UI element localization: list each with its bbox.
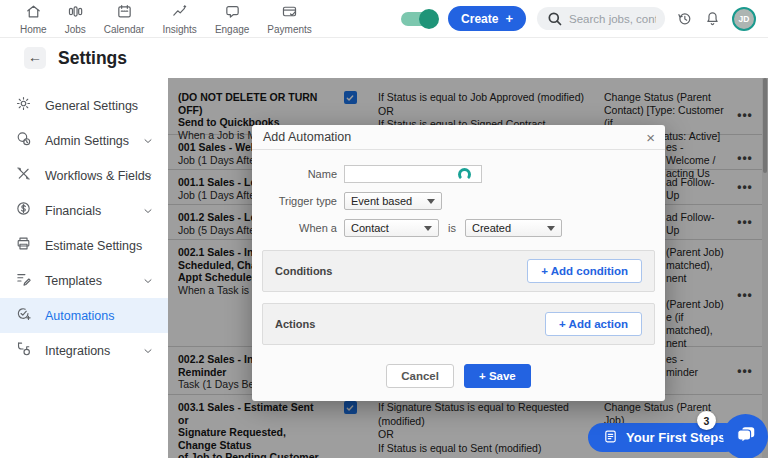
app-root: HomeJobsCalendarInsightsEngagePayments C…: [0, 0, 768, 458]
loading-arc-icon: [458, 168, 471, 181]
name-field[interactable]: [344, 165, 482, 183]
sidebar-item-automations[interactable]: Automations: [0, 298, 168, 333]
chevron-down-icon: [142, 135, 154, 147]
add-action-button[interactable]: + Add action: [545, 312, 642, 336]
page-title: Settings: [58, 48, 127, 69]
nav-item-engage[interactable]: Engage: [215, 3, 249, 35]
automation-icon: [15, 305, 32, 326]
add-condition-button[interactable]: + Add condition: [527, 259, 642, 283]
modal-header: Add Automation ×: [252, 125, 665, 150]
settings-sidebar: General SettingsAdmin SettingsWorkflows …: [0, 78, 168, 458]
event-value: Created: [472, 222, 511, 234]
sidebar-item-label: Integrations: [45, 344, 110, 358]
admin-icon: [15, 130, 32, 151]
top-navigation-bar: HomeJobsCalendarInsightsEngagePayments C…: [0, 0, 768, 38]
dollar-icon: [15, 200, 32, 221]
trigger-type-label: Trigger type: [259, 195, 337, 207]
trigger-row: Trigger type Event based: [252, 192, 665, 210]
nav-item-label: Jobs: [65, 24, 86, 35]
trigger-type-value: Event based: [351, 195, 412, 207]
caret-down-icon: [424, 226, 432, 231]
cancel-button[interactable]: Cancel: [386, 364, 454, 388]
jobs-icon: [67, 3, 84, 24]
create-button-label: Create: [461, 12, 498, 26]
nav-item-label: Insights: [162, 24, 196, 35]
save-button[interactable]: + Save: [464, 364, 531, 388]
sidebar-item-workflows-fields[interactable]: Workflows & Fields: [0, 158, 168, 193]
nav-item-jobs[interactable]: Jobs: [65, 3, 86, 35]
nav-item-calendar[interactable]: Calendar: [104, 3, 145, 35]
event-select[interactable]: Created: [465, 219, 562, 237]
chat-button[interactable]: [723, 414, 768, 458]
back-arrow-icon: ←: [28, 49, 42, 65]
sidebar-item-label: Automations: [45, 309, 114, 323]
when-row: When a Contact is Created: [252, 219, 665, 237]
add-automation-modal: Add Automation × Name Trigger type Event…: [252, 125, 665, 401]
chevron-down-icon: [142, 345, 154, 357]
search-input[interactable]: Search jobs, contact...: [537, 7, 665, 30]
close-icon[interactable]: ×: [646, 130, 655, 145]
name-label: Name: [259, 168, 337, 180]
nav-item-home[interactable]: Home: [20, 3, 47, 35]
entity-value: Contact: [351, 222, 389, 234]
availability-toggle[interactable]: [401, 12, 437, 26]
history-icon[interactable]: [676, 10, 693, 27]
first-steps-label: Your First Steps: [626, 430, 725, 445]
when-label: When a: [259, 222, 337, 234]
page-header: ← Settings: [0, 38, 768, 78]
entity-select[interactable]: Contact: [344, 219, 439, 237]
toggle-knob: [419, 9, 439, 29]
sidebar-item-label: General Settings: [45, 99, 138, 113]
nav-item-insights[interactable]: Insights: [162, 3, 196, 35]
avatar[interactable]: JD: [732, 7, 756, 31]
sidebar-item-general-settings[interactable]: General Settings: [0, 88, 168, 123]
nav-item-label: Calendar: [104, 24, 145, 35]
sidebar-item-integrations[interactable]: Integrations: [0, 333, 168, 368]
template-icon: [15, 270, 32, 291]
sidebar-item-label: Estimate Settings: [45, 239, 142, 253]
modal-title: Add Automation: [263, 130, 351, 144]
is-label: is: [448, 222, 456, 234]
payments-icon: [281, 3, 298, 24]
calendar-icon: [116, 3, 133, 24]
bell-icon[interactable]: [704, 10, 721, 27]
back-button[interactable]: ←: [24, 47, 46, 69]
nav-item-label: Home: [20, 24, 47, 35]
printer-icon: [15, 235, 32, 256]
home-icon: [25, 3, 42, 24]
modal-footer: Cancel + Save: [252, 364, 665, 388]
sidebar-item-admin-settings[interactable]: Admin Settings: [0, 123, 168, 158]
chat-icon: [735, 424, 757, 450]
search-placeholder: Search jobs, contact...: [569, 13, 656, 25]
conditions-section: Conditions + Add condition: [262, 250, 655, 292]
caret-down-icon: [427, 199, 435, 204]
conditions-label: Conditions: [275, 265, 332, 277]
sidebar-item-label: Financials: [45, 204, 101, 218]
first-steps-button[interactable]: Your First Steps: [588, 423, 740, 452]
main-nav: HomeJobsCalendarInsightsEngagePayments: [20, 3, 312, 35]
sidebar-item-estimate-settings[interactable]: Estimate Settings: [0, 228, 168, 263]
tools-icon: [15, 165, 32, 186]
search-icon: [546, 10, 563, 27]
engage-icon: [224, 3, 241, 24]
first-steps-badge: 3: [697, 411, 716, 430]
gear-icon: [15, 95, 32, 116]
topbar-right-group: Create + Search jobs, contact... JD: [401, 6, 756, 31]
actions-label: Actions: [275, 318, 315, 330]
chevron-down-icon: [142, 205, 154, 217]
sidebar-item-label: Workflows & Fields: [45, 169, 151, 183]
sidebar-item-label: Admin Settings: [45, 134, 129, 148]
book-icon: [603, 429, 618, 447]
caret-down-icon: [547, 226, 555, 231]
sidebar-item-financials[interactable]: Financials: [0, 193, 168, 228]
plus-icon: +: [505, 11, 513, 26]
create-button[interactable]: Create +: [448, 6, 526, 31]
sidebar-item-label: Templates: [45, 274, 102, 288]
sidebar-item-templates[interactable]: Templates: [0, 263, 168, 298]
insights-icon: [171, 3, 188, 24]
avatar-initials: JD: [739, 14, 750, 24]
nav-item-payments[interactable]: Payments: [267, 3, 311, 35]
chevron-down-icon: [142, 170, 154, 182]
actions-section: Actions + Add action: [262, 303, 655, 345]
trigger-type-select[interactable]: Event based: [344, 192, 442, 210]
